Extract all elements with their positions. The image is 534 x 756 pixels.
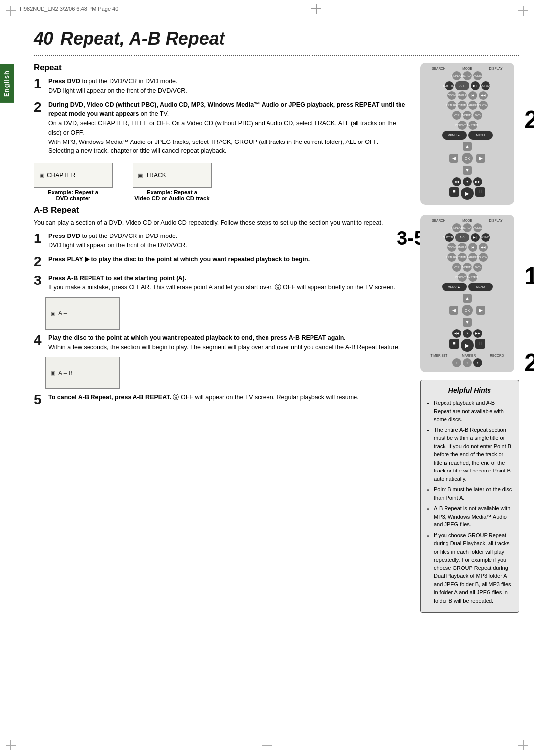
r1-label-display: DISPLAY: [490, 67, 503, 70]
screen-mock-3: ▣ A –: [45, 297, 120, 330]
screen-3-text: A –: [58, 310, 67, 317]
r1-btn-down[interactable]: ▼: [463, 177, 472, 186]
r2-label-record: RECORD: [490, 354, 504, 357]
r2-btn-pause[interactable]: ⏸: [475, 339, 485, 349]
r2-btn-marker[interactable]: ○: [463, 358, 472, 367]
r1-btn-stop[interactable]: ■: [449, 187, 459, 197]
ab-step-5-number: 5: [34, 393, 44, 407]
r2-btn-discvcr[interactable]: DISC/VCR: [458, 273, 467, 282]
r1-btn-angle[interactable]: ANGLE: [458, 91, 467, 100]
r2-btn-ff[interactable]: ▶▶: [473, 329, 482, 338]
r1-row1: REPEAT REPEAT AUDIO: [423, 71, 511, 80]
r1-btn-rew2[interactable]: ◀◀: [452, 177, 461, 186]
r1-btn-discvcr[interactable]: DISC/VCR: [458, 121, 467, 130]
r2-label-search: SEARCH: [432, 219, 445, 222]
r1-nav-right[interactable]: ▶: [476, 154, 485, 163]
r1-btn-rew[interactable]: ◀◀: [479, 91, 488, 100]
r2-btn-clearreset[interactable]: CLEAR/RESET: [468, 253, 477, 262]
ab-step-4-bold: Play the disc to the point at which you …: [48, 334, 346, 341]
ab-repeat-section: A-B Repeat You can play a section of a D…: [34, 205, 410, 407]
r1-nav-down[interactable]: ▼: [463, 166, 472, 175]
r2-btn-prev[interactable]: |◀: [468, 243, 477, 252]
example-1-screen: ▣ CHAPTER: [34, 163, 113, 188]
r1-btn-menu2[interactable]: MENU: [468, 131, 493, 140]
r1-nav-ok[interactable]: OK: [462, 153, 473, 164]
r1-btn-repeat1[interactable]: REPEAT: [452, 71, 461, 80]
r2-btn-menu1[interactable]: MENU ▲: [442, 283, 467, 291]
r1-btn-subtitle[interactable]: SUBTITLE: [445, 81, 454, 90]
r2-btn-subtitle[interactable]: SUBTITLE: [445, 233, 454, 242]
r1-btn-prev[interactable]: |◀: [468, 91, 477, 100]
r1-btn-system[interactable]: SYSTEM: [468, 121, 477, 130]
ab-step-2: 2 Press PLAY ▶ to play the disc to the p…: [34, 255, 410, 269]
r2-label-display: DISPLAY: [490, 219, 503, 222]
r2-btn-return[interactable]: RETURN: [447, 253, 456, 262]
r2-btn-vcrtv[interactable]: VCR/TV: [463, 263, 472, 272]
r1-nav-cross: ▲ ◀ OK ▶ ▼: [448, 141, 486, 176]
r2-btn-rew[interactable]: ◀◀: [479, 243, 488, 252]
r2-btn-skipch[interactable]: SKIP/CH: [481, 233, 490, 242]
r1-btn-repeat2[interactable]: REPEAT: [463, 71, 472, 80]
r2-btn-zoom[interactable]: ZOOM: [447, 243, 456, 252]
r2-btn-down[interactable]: ▼: [463, 329, 472, 338]
r2-btn-record[interactable]: ●: [473, 358, 482, 367]
r1-btn-slow[interactable]: SLOW: [479, 101, 488, 110]
r2-nav-left[interactable]: ◀: [449, 306, 458, 315]
r2-btn-repeat2[interactable]: REPEAT: [463, 223, 472, 232]
r1-btn-vcr[interactable]: VCR: [452, 111, 461, 120]
r1-btn-vcrtv[interactable]: VCR/TV: [463, 111, 472, 120]
ab-step-3-bold: Press A-B REPEAT to set the starting poi…: [48, 275, 186, 282]
crosshair-tr: [518, 6, 528, 16]
r1-nav-left[interactable]: ◀: [449, 154, 458, 163]
r1-btn-play[interactable]: ▶: [461, 187, 474, 200]
r1-btn-ff[interactable]: ▶▶: [473, 177, 482, 186]
r2-btn-audio[interactable]: AUDIO: [473, 223, 482, 232]
r2-btn-system[interactable]: SYSTEM: [468, 273, 477, 282]
r2-btn-menu2[interactable]: MENU: [468, 283, 493, 291]
r1-btn-ab[interactable]: A-B: [455, 81, 469, 90]
r1-btn-return[interactable]: RETURN: [447, 101, 456, 110]
step-1-content: Press DVD to put the DVD/VCR in DVD mode…: [48, 77, 410, 95]
example-1-caption-2: DVD chapter: [56, 195, 90, 201]
r2-btn-play[interactable]: ▶: [461, 339, 474, 352]
ab-step-3-content: Press A-B REPEAT to set the starting poi…: [48, 274, 410, 292]
r1-row3: ZOOM ANGLE |◀ ◀◀: [423, 91, 511, 100]
r1-btn-zoom[interactable]: ZOOM: [447, 91, 456, 100]
r1-btn-menu1[interactable]: MENU ▲: [442, 131, 467, 140]
r2-nav-ok[interactable]: OK: [462, 305, 473, 316]
r2-btn-slow[interactable]: SLOW: [479, 253, 488, 262]
r1-nav-up[interactable]: ▲: [463, 142, 472, 151]
r2-btn-vcr[interactable]: VCR: [452, 263, 461, 272]
example-2-text: TRACK: [146, 172, 166, 179]
r2-btn-ab[interactable]: A-B: [455, 233, 469, 242]
r2-btn-rew2[interactable]: ◀◀: [452, 329, 461, 338]
r1-btn-next[interactable]: ▶|: [471, 81, 480, 90]
r1-btn-dvd[interactable]: DVD: [473, 111, 482, 120]
ab-step-4-content: Play the disc to the point at which you …: [48, 333, 410, 352]
r1-label-search: SEARCH: [432, 67, 445, 70]
big-num-1-top: 1: [524, 262, 534, 290]
r2-row1: REPEAT REPEAT AUDIO: [423, 223, 511, 232]
hints-list: Repeat playback and A-B Repeat are not a…: [427, 399, 513, 605]
r2-btn-dvd[interactable]: DVD: [473, 263, 482, 272]
r2-nav-cross: ▲ ◀ OK ▶ ▼: [448, 293, 486, 328]
r2-btn-next[interactable]: ▶|: [471, 233, 480, 242]
r1-btn-clearreset[interactable]: CLEAR/RESET: [468, 101, 477, 110]
chapter-title: Repeat, A-B Repeat: [60, 28, 225, 49]
r2-btn-angle[interactable]: ANGLE: [458, 243, 467, 252]
ab-step-1-content: Press DVD to put the DVD/VCR in DVD mode…: [48, 232, 410, 250]
left-column: Repeat 1 Press DVD to put the DVD/VCR in…: [34, 63, 410, 613]
r2-btn-timer[interactable]: ○: [452, 358, 461, 367]
r1-btn-audio[interactable]: AUDIO: [473, 71, 482, 80]
r1-row4: RETURN TITLE CLEAR/RESET SLOW: [423, 101, 511, 110]
r2-nav-up[interactable]: ▲: [463, 294, 472, 303]
r2-btn-repeat1[interactable]: REPEAT: [452, 223, 461, 232]
r2-btn-stop[interactable]: ■: [449, 339, 459, 349]
r2-nav-down[interactable]: ▼: [463, 318, 472, 327]
crosshair-bc: [262, 740, 272, 750]
content-area: Repeat 1 Press DVD to put the DVD/VCR in…: [34, 63, 519, 613]
r2-nav-right[interactable]: ▶: [476, 306, 485, 315]
r2-label-timer: TIMER SET: [431, 354, 448, 357]
r1-btn-skipch[interactable]: SKIP/CH: [481, 81, 490, 90]
r1-btn-pause[interactable]: ⏸: [475, 187, 485, 197]
